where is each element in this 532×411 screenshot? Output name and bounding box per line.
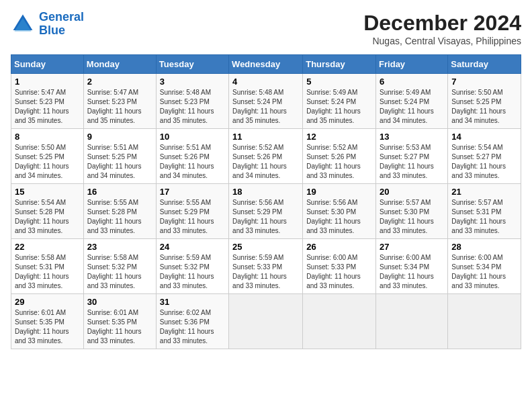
day-info: Sunrise: 5:47 AMSunset: 5:23 PMDaylight:…: [15, 88, 80, 126]
day-number: 25: [232, 242, 299, 252]
day-number: 18: [232, 187, 299, 197]
calendar-cell: 2Sunrise: 5:47 AMSunset: 5:23 PMDaylight…: [83, 74, 156, 129]
calendar-cell: 15Sunrise: 5:54 AMSunset: 5:28 PMDayligh…: [11, 184, 84, 239]
day-info: Sunrise: 5:56 AMSunset: 5:30 PMDaylight:…: [306, 198, 372, 236]
weekday-header-tuesday: Tuesday: [156, 55, 228, 74]
day-info: Sunrise: 6:01 AMSunset: 5:35 PMDaylight:…: [15, 308, 80, 346]
day-info: Sunrise: 5:58 AMSunset: 5:31 PMDaylight:…: [15, 253, 80, 291]
day-number: 20: [380, 187, 444, 197]
day-info: Sunrise: 5:57 AMSunset: 5:31 PMDaylight:…: [451, 198, 517, 236]
day-number: 16: [87, 187, 152, 197]
day-info: Sunrise: 5:57 AMSunset: 5:30 PMDaylight:…: [380, 198, 444, 236]
day-number: 15: [15, 187, 80, 197]
day-info: Sunrise: 5:49 AMSunset: 5:24 PMDaylight:…: [306, 88, 372, 126]
day-number: 11: [232, 132, 299, 142]
day-info: Sunrise: 5:49 AMSunset: 5:24 PMDaylight:…: [380, 88, 444, 126]
day-info: Sunrise: 5:47 AMSunset: 5:23 PMDaylight:…: [87, 88, 152, 126]
calendar-cell: [229, 294, 303, 349]
calendar-cell: 19Sunrise: 5:56 AMSunset: 5:30 PMDayligh…: [303, 184, 376, 239]
calendar-cell: 24Sunrise: 5:59 AMSunset: 5:32 PMDayligh…: [156, 239, 228, 294]
day-number: 28: [451, 242, 517, 252]
day-info: Sunrise: 6:00 AMSunset: 5:34 PMDaylight:…: [451, 253, 517, 291]
calendar-week-3: 15Sunrise: 5:54 AMSunset: 5:28 PMDayligh…: [11, 184, 521, 239]
day-number: 31: [160, 297, 225, 307]
month-title: December 2024: [363, 11, 521, 36]
calendar-table: SundayMondayTuesdayWednesdayThursdayFrid…: [11, 54, 521, 349]
day-number: 8: [15, 132, 80, 142]
day-info: Sunrise: 5:51 AMSunset: 5:25 PMDaylight:…: [87, 143, 152, 181]
day-number: 2: [87, 77, 152, 87]
day-number: 13: [380, 132, 444, 142]
day-info: Sunrise: 6:01 AMSunset: 5:35 PMDaylight:…: [87, 308, 152, 346]
calendar-cell: 13Sunrise: 5:53 AMSunset: 5:27 PMDayligh…: [376, 129, 448, 184]
day-info: Sunrise: 5:52 AMSunset: 5:26 PMDaylight:…: [232, 143, 299, 181]
calendar-week-4: 22Sunrise: 5:58 AMSunset: 5:31 PMDayligh…: [11, 239, 521, 294]
calendar-cell: 11Sunrise: 5:52 AMSunset: 5:26 PMDayligh…: [229, 129, 303, 184]
day-info: Sunrise: 5:48 AMSunset: 5:24 PMDaylight:…: [232, 88, 299, 126]
day-number: 27: [380, 242, 444, 252]
calendar-cell: [448, 294, 521, 349]
calendar-cell: 20Sunrise: 5:57 AMSunset: 5:30 PMDayligh…: [376, 184, 448, 239]
day-number: 4: [232, 77, 299, 87]
calendar-week-1: 1Sunrise: 5:47 AMSunset: 5:23 PMDaylight…: [11, 74, 521, 129]
weekday-header-friday: Friday: [376, 55, 448, 74]
calendar-cell: [376, 294, 448, 349]
day-info: Sunrise: 5:53 AMSunset: 5:27 PMDaylight:…: [380, 143, 444, 181]
day-info: Sunrise: 5:50 AMSunset: 5:25 PMDaylight:…: [451, 88, 517, 126]
calendar-cell: 1Sunrise: 5:47 AMSunset: 5:23 PMDaylight…: [11, 74, 84, 129]
day-number: 3: [160, 77, 225, 87]
calendar-cell: 6Sunrise: 5:49 AMSunset: 5:24 PMDaylight…: [376, 74, 448, 129]
day-number: 22: [15, 242, 80, 252]
day-info: Sunrise: 5:56 AMSunset: 5:29 PMDaylight:…: [232, 198, 299, 236]
day-info: Sunrise: 6:00 AMSunset: 5:34 PMDaylight:…: [380, 253, 444, 291]
calendar-cell: 14Sunrise: 5:54 AMSunset: 5:27 PMDayligh…: [448, 129, 521, 184]
day-number: 24: [160, 242, 225, 252]
calendar-cell: 4Sunrise: 5:48 AMSunset: 5:24 PMDaylight…: [229, 74, 303, 129]
day-number: 10: [160, 132, 225, 142]
weekday-header-wednesday: Wednesday: [229, 55, 303, 74]
day-info: Sunrise: 5:55 AMSunset: 5:28 PMDaylight:…: [87, 198, 152, 236]
logo-text: General Blue: [39, 11, 84, 38]
day-number: 29: [15, 297, 80, 307]
calendar-cell: 22Sunrise: 5:58 AMSunset: 5:31 PMDayligh…: [11, 239, 84, 294]
day-number: 26: [306, 242, 372, 252]
day-number: 6: [380, 77, 444, 87]
day-info: Sunrise: 5:51 AMSunset: 5:26 PMDaylight:…: [160, 143, 225, 181]
weekday-header-saturday: Saturday: [448, 55, 521, 74]
day-info: Sunrise: 5:59 AMSunset: 5:33 PMDaylight:…: [232, 253, 299, 291]
day-number: 21: [451, 187, 517, 197]
day-info: Sunrise: 6:02 AMSunset: 5:36 PMDaylight:…: [160, 308, 225, 346]
day-number: 14: [451, 132, 517, 142]
day-info: Sunrise: 5:50 AMSunset: 5:25 PMDaylight:…: [15, 143, 80, 181]
day-info: Sunrise: 5:58 AMSunset: 5:32 PMDaylight:…: [87, 253, 152, 291]
day-info: Sunrise: 5:55 AMSunset: 5:29 PMDaylight:…: [160, 198, 225, 236]
calendar-cell: 29Sunrise: 6:01 AMSunset: 5:35 PMDayligh…: [11, 294, 84, 349]
calendar-week-5: 29Sunrise: 6:01 AMSunset: 5:35 PMDayligh…: [11, 294, 521, 349]
calendar-cell: 18Sunrise: 5:56 AMSunset: 5:29 PMDayligh…: [229, 184, 303, 239]
day-number: 7: [451, 77, 517, 87]
day-info: Sunrise: 5:59 AMSunset: 5:32 PMDaylight:…: [160, 253, 225, 291]
day-number: 1: [15, 77, 80, 87]
calendar-cell: 16Sunrise: 5:55 AMSunset: 5:28 PMDayligh…: [83, 184, 156, 239]
calendar-cell: 25Sunrise: 5:59 AMSunset: 5:33 PMDayligh…: [229, 239, 303, 294]
calendar-cell: 7Sunrise: 5:50 AMSunset: 5:25 PMDaylight…: [448, 74, 521, 129]
day-number: 30: [87, 297, 152, 307]
calendar-cell: 28Sunrise: 6:00 AMSunset: 5:34 PMDayligh…: [448, 239, 521, 294]
calendar-week-2: 8Sunrise: 5:50 AMSunset: 5:25 PMDaylight…: [11, 129, 521, 184]
day-number: 23: [87, 242, 152, 252]
calendar-cell: 10Sunrise: 5:51 AMSunset: 5:26 PMDayligh…: [156, 129, 228, 184]
weekday-header-sunday: Sunday: [11, 55, 84, 74]
day-number: 5: [306, 77, 372, 87]
page-header: General Blue December 2024 Nugas, Centra…: [11, 11, 521, 46]
weekday-header-row: SundayMondayTuesdayWednesdayThursdayFrid…: [11, 55, 521, 74]
weekday-header-monday: Monday: [83, 55, 156, 74]
logo-icon: [11, 12, 35, 36]
calendar-cell: [303, 294, 376, 349]
calendar-cell: 27Sunrise: 6:00 AMSunset: 5:34 PMDayligh…: [376, 239, 448, 294]
calendar-cell: 8Sunrise: 5:50 AMSunset: 5:25 PMDaylight…: [11, 129, 84, 184]
day-number: 19: [306, 187, 372, 197]
location-subtitle: Nugas, Central Visayas, Philippines: [363, 36, 521, 46]
title-block: December 2024 Nugas, Central Visayas, Ph…: [363, 11, 521, 46]
day-number: 17: [160, 187, 225, 197]
calendar-cell: 26Sunrise: 6:00 AMSunset: 5:33 PMDayligh…: [303, 239, 376, 294]
